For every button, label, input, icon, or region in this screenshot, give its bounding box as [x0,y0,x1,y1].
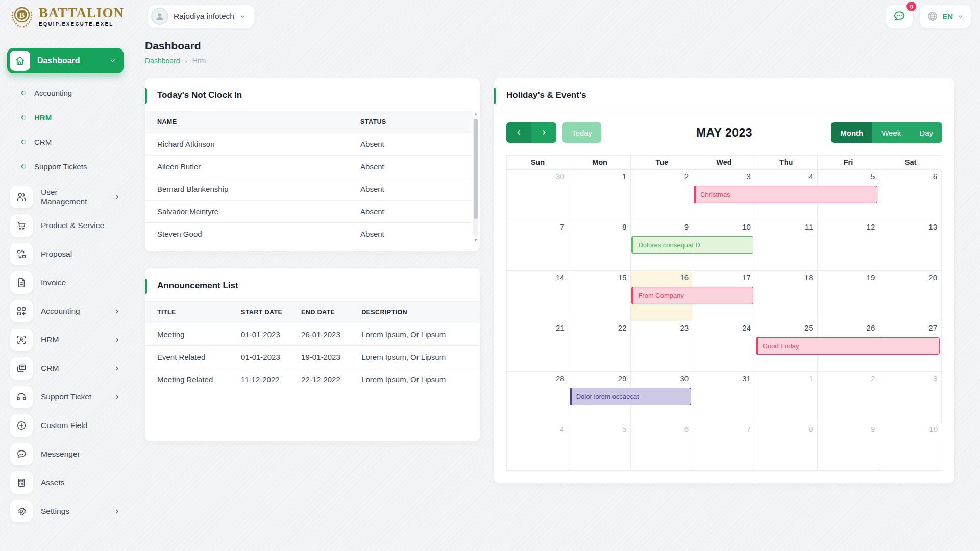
sidebar-item-support-tickets-dashboard[interactable]: Support Tickets [7,154,124,179]
holidays-events-card: Holiday's & Event's MAY 2023 Today Month… [494,78,954,483]
calendar-day-cell[interactable]: 9 [818,422,880,471]
scroll-up-icon[interactable]: ▲ [474,112,478,117]
calendar-view-week-button[interactable]: Week [872,122,910,143]
sidebar-item-messenger[interactable]: Messenger [7,440,124,468]
calendar-day-cell[interactable]: 31 [693,372,755,422]
calendar-prev-button[interactable] [506,122,531,143]
sidebar-item-dashboard[interactable]: Dashboard [7,48,124,73]
calendar-day-cell[interactable]: 11 [755,220,818,271]
calendar-day-cell[interactable]: 20 [879,271,942,321]
calendar-day-cell[interactable]: 6 [879,170,942,220]
calendar-day-cell[interactable]: 4 [507,422,569,471]
sidebar-item-accounting[interactable]: Accounting [7,297,124,325]
calendar-event[interactable]: Christmas [694,186,877,203]
calendar-view-day-button[interactable]: Day [910,122,942,143]
sidebar-item-assets[interactable]: Assets [7,468,124,497]
calendar-day-cell[interactable]: 18 [755,271,818,321]
breadcrumb-dashboard-link[interactable]: Dashboard [145,57,180,65]
calendar-day-cell[interactable]: 3 [879,372,942,422]
bullet-icon [21,91,26,95]
start-date: 01-01-2023 [229,346,289,368]
calendar-week-row: 21222324252627Good Friday [507,321,942,372]
card-title: Announcement List [157,281,238,290]
calendar-day-cell[interactable]: 13 [879,220,942,271]
weekday-label: Sat [879,156,942,170]
calendar-day-cell[interactable]: 24 [693,321,755,372]
sidebar-item-label: HRM [34,113,52,122]
calendar-week-row: 78910111213Dolores consequat D [507,220,942,271]
scroll-down-icon[interactable]: ▼ [474,238,478,243]
calendar-day-cell[interactable]: 15 [569,271,631,321]
sidebar-item-invoice[interactable]: Invoice [7,268,124,297]
calendar-day-cell[interactable]: 2 [631,170,693,220]
sidebar-item-label: Assets [41,478,120,487]
calendar-event[interactable]: Dolores consequat D [631,236,753,254]
calendar-day-cell[interactable]: 7 [507,220,569,271]
column-header: END DATE [289,302,349,323]
calendar-day-cell[interactable]: 6 [631,422,693,471]
calendar-event[interactable]: Dolor lorem occaecat [570,388,691,405]
calendar-day-cell[interactable]: 22 [569,321,631,372]
calendar-day-cell[interactable]: 1 [755,372,818,422]
employee-name: Steven Good [145,223,348,245]
description: Lorem Ipsum, Or Lipsum [349,323,480,346]
calendar-day-cell[interactable]: 2 [818,372,880,422]
calendar-event[interactable]: From Company [631,287,753,304]
calendar-day-cell[interactable]: 8 [569,220,631,271]
card-accent-bar [145,279,147,294]
svg-text:B: B [19,11,24,19]
sidebar-item-hrm-dashboard[interactable]: HRM [7,105,124,130]
calendar-day-cell[interactable]: 30 [507,170,569,220]
column-header: STATUS [348,111,473,133]
sidebar-item-crm[interactable]: CRM [7,354,124,383]
sidebar-item-label: CRM [41,364,106,373]
sidebar-item-accounting-dashboard[interactable]: Accounting [7,81,124,105]
calendar-view-month-button[interactable]: Month [831,122,872,143]
employee-name: Aileen Butler [145,156,348,178]
calendar-day-cell[interactable]: 5 [569,422,631,471]
card-accent-bar [145,88,147,104]
sidebar-item-support-ticket[interactable]: Support Ticket [7,383,124,411]
sidebar-item-product-service[interactable]: Product & Service [7,211,124,240]
calendar-week-row: 45678910 [507,422,942,471]
calendar-day-cell[interactable]: 28 [507,372,569,422]
employee-name: Richard Atkinson [145,133,348,156]
calendar-day-cell[interactable]: 10 [879,422,942,471]
calendar-day-cell[interactable]: 14 [507,271,569,321]
calendar-today-button[interactable]: Today [562,122,601,143]
end-date: 19-01-2023 [289,346,349,368]
sidebar-item-user-management[interactable]: User Management [7,183,124,211]
calendar-day-cell[interactable]: 23 [631,321,693,372]
scrollbar-thumb[interactable] [474,119,478,219]
calendar-event[interactable]: Good Friday [756,337,940,355]
weekday-label: Wed [693,156,755,170]
language-selector[interactable]: EN [920,5,971,28]
calendar-day-cell[interactable]: 12 [818,220,880,271]
language-label: EN [942,12,953,21]
table-scrollbar[interactable]: ▲ ▼ [473,112,479,243]
status: Absent [348,156,473,178]
sidebar-item-settings[interactable]: Settings [7,497,124,525]
chat-bubble-icon [893,10,906,23]
messages-button[interactable]: 0 [886,5,913,28]
sidebar-item-crm-dashboard[interactable]: CRM [7,130,124,154]
sidebar-item-custom-field[interactable]: Custom Field [7,411,124,440]
calendar-day-cell[interactable]: 7 [693,422,755,471]
sidebar-item-proposal[interactable]: Proposal [7,240,124,268]
calendar-day-cell[interactable]: 1 [569,170,631,220]
table-row: Steven GoodAbsent [145,223,473,245]
calendar-day-cell[interactable]: 8 [755,422,818,471]
status: Absent [348,133,473,156]
sidebar: Dashboard Accounting HRM CRM Support Tic… [0,33,131,525]
workspace-switcher[interactable]: Rajodiya infotech [148,5,254,28]
chat-icon [10,443,33,465]
sidebar-item-hrm[interactable]: HRM [7,325,124,354]
sidebar-item-label: Accounting [41,307,106,316]
topbar: B BATTALION EQUIP,EXECUTE,EXEL Rajodiya … [0,0,980,33]
announcement-card: Announcement List TITLE START DATE END D… [145,268,480,441]
calendar-day-cell[interactable]: 21 [507,321,569,372]
weekday-label: Fri [818,156,880,170]
calendar-next-button[interactable] [531,122,556,143]
cart-icon [10,214,33,237]
calendar-day-cell[interactable]: 19 [818,271,880,321]
